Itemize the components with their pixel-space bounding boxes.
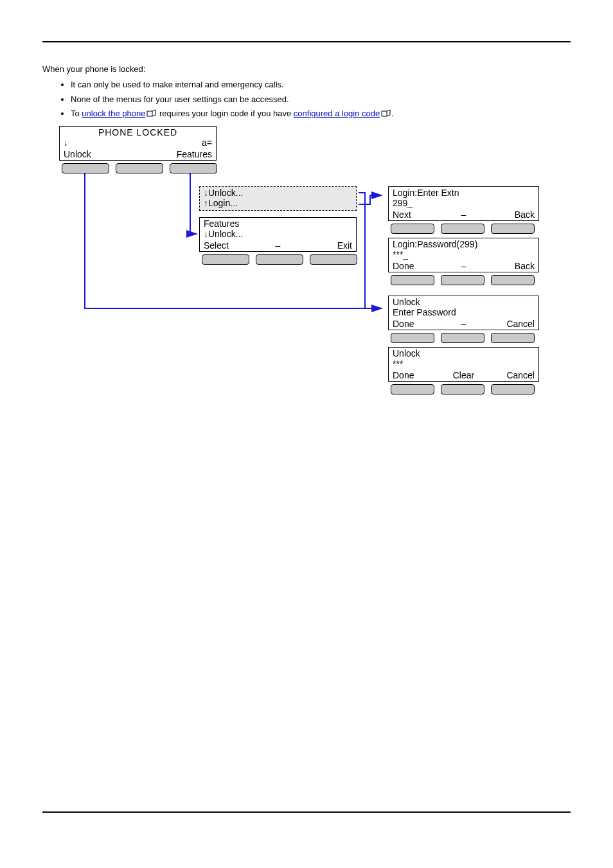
link-icon <box>147 109 157 120</box>
unlock-enter-sk-right: Cancel <box>487 319 535 329</box>
softkey-button[interactable] <box>491 384 535 394</box>
softkey-button[interactable] <box>491 224 535 234</box>
unlock-enter-sk-mid: – <box>440 319 488 329</box>
login-pw-sk-left: Done <box>393 261 440 271</box>
locked-down-arrow: ↓ <box>64 138 68 148</box>
bullet-2: None of the menus for your user settings… <box>71 94 571 105</box>
softkey-button[interactable] <box>256 254 303 265</box>
softkey-button[interactable] <box>202 254 249 265</box>
bullet-3-suffix: . <box>391 109 394 118</box>
screen-login-extn: Login:Enter Extn 299_ Next – Back <box>388 186 539 221</box>
screen-unlock-pw: Unlock *** Done Clear Cancel <box>388 347 539 382</box>
login-extn-sk-right: Back <box>487 210 535 220</box>
bullet-3-mid: requires your login code if you have <box>157 109 293 118</box>
softkey-button[interactable] <box>310 254 357 265</box>
flow-diagram: PHONE LOCKED ↓ a= Unlock Features ↓Unloc… <box>42 126 569 402</box>
softkey-button[interactable] <box>391 224 434 234</box>
login-pw-sk-right: Back <box>487 261 535 271</box>
unlock-pw-line1: Unlock <box>393 349 535 359</box>
locked-title: PHONE LOCKED <box>64 128 212 137</box>
screen-login-password: Login:Password(299) ***_ Done – Back <box>388 238 539 272</box>
intro-text: When your phone is locked: <box>42 64 571 74</box>
screen-features: Features ↓Unlock... Select – Exit <box>199 217 357 252</box>
softkey-button[interactable] <box>491 275 535 285</box>
unlock-enter-sk-left: Done <box>393 319 440 329</box>
link-icon <box>381 109 391 120</box>
softkey-button[interactable] <box>491 333 535 343</box>
locked-sk-right: Features <box>163 150 212 159</box>
login-extn-sk-left: Next <box>393 210 440 220</box>
features-sk-right: Exit <box>303 241 352 251</box>
unlock-pw-sk-right: Cancel <box>487 371 535 380</box>
softkey-button[interactable] <box>391 275 434 285</box>
screen-phone-locked: PHONE LOCKED ↓ a= Unlock Features <box>59 126 217 161</box>
softkey-button[interactable] <box>441 224 484 234</box>
locked-hint: a= <box>202 138 212 148</box>
unlock-pw-line2: *** <box>393 359 535 369</box>
softkey-button[interactable] <box>441 384 484 394</box>
features-title: Features <box>204 219 352 229</box>
login-pw-line1: Login:Password(299) <box>393 240 535 249</box>
popup-unlock-login: ↓Unlock... ↑Login... <box>199 186 357 211</box>
features-sk-mid: – <box>253 241 303 251</box>
softkey-button[interactable] <box>441 275 484 285</box>
softkey-button[interactable] <box>170 163 217 173</box>
popup-line2: ↑Login... <box>204 199 352 208</box>
unlock-enter-line2: Enter Password <box>393 308 535 317</box>
rule-top <box>42 41 571 42</box>
softkey-button[interactable] <box>116 163 163 173</box>
link-unlock-phone[interactable]: unlock the phone <box>82 109 145 118</box>
login-pw-sk-mid: – <box>440 261 488 271</box>
bullet-3: To unlock the phone requires your login … <box>71 108 571 120</box>
login-extn-line1: Login:Enter Extn <box>393 188 535 198</box>
softkey-button[interactable] <box>391 333 434 343</box>
softkey-button[interactable] <box>391 384 434 394</box>
features-sk-left: Select <box>204 241 253 251</box>
bullet-1: It can only be used to make internal and… <box>71 79 571 91</box>
unlock-pw-sk-left: Done <box>393 371 440 380</box>
login-pw-line2: ***_ <box>393 250 535 260</box>
link-configured-login-code[interactable]: configured a login code <box>294 109 380 118</box>
bullet-3-prefix: To <box>71 109 82 118</box>
screen-unlock-enter: Unlock Enter Password Done – Cancel <box>388 296 539 330</box>
unlock-pw-sk-mid: Clear <box>440 371 488 380</box>
softkey-button[interactable] <box>441 333 484 343</box>
login-extn-sk-mid: – <box>440 210 488 220</box>
popup-line1: ↓Unlock... <box>204 188 352 198</box>
locked-sk-left: Unlock <box>64 150 113 159</box>
rule-bottom <box>42 811 571 813</box>
login-extn-line2: 299_ <box>393 199 535 208</box>
features-line2: ↓Unlock... <box>204 229 352 239</box>
unlock-enter-line1: Unlock <box>393 297 535 307</box>
softkey-button[interactable] <box>62 163 109 173</box>
